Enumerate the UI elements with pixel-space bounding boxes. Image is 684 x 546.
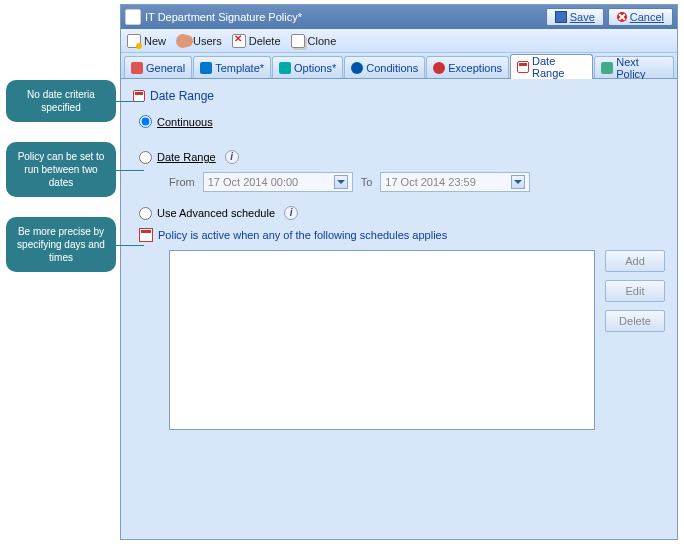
cancel-button[interactable]: Cancel [608,8,673,26]
tab-date-range[interactable]: Date Range [510,54,593,79]
policy-window: IT Department Signature Policy* Save Can… [120,4,678,540]
tab-options[interactable]: Options* [272,56,343,78]
schedule-edit-button[interactable]: Edit [605,280,665,302]
radio-continuous[interactable] [139,115,152,128]
cancel-label: Cancel [630,11,664,23]
toolbar: New Users Delete Clone [121,29,677,53]
radio-advanced-schedule-label: Use Advanced schedule [157,207,275,219]
schedule-delete-button[interactable]: Delete [605,310,665,332]
window-icon [125,9,141,25]
tab-general[interactable]: General [124,56,192,78]
new-icon [127,34,141,48]
save-label: Save [570,11,595,23]
cancel-icon [617,12,627,22]
from-dropdown-button[interactable] [334,175,348,189]
from-label: From [169,176,195,188]
users-icon [176,34,190,48]
tab-template[interactable]: Template* [193,56,271,78]
general-icon [131,62,143,74]
toolbar-delete[interactable]: Delete [232,34,281,48]
schedule-note: Policy is active when any of the followi… [139,228,665,242]
to-dropdown-button[interactable] [511,175,525,189]
callout-daterange: Policy can be set to run between two dat… [6,142,116,197]
save-icon [555,11,567,23]
clone-icon [291,34,305,48]
toolbar-users[interactable]: Users [176,34,222,48]
to-label: To [361,176,373,188]
toolbar-clone[interactable]: Clone [291,34,337,48]
info-icon-daterange[interactable]: i [225,150,239,164]
window-title: IT Department Signature Policy* [145,11,542,23]
save-button[interactable]: Save [546,8,604,26]
options-icon [279,62,291,74]
tab-next-policy[interactable]: Next Policy [594,56,674,78]
schedule-note-icon [139,228,153,242]
conditions-icon [351,62,363,74]
callout-advanced: Be more precise by specifying days and t… [6,217,116,272]
toolbar-new[interactable]: New [127,34,166,48]
titlebar: IT Department Signature Policy* Save Can… [121,5,677,29]
delete-icon [232,34,246,48]
template-icon [200,62,212,74]
radio-date-range-label: Date Range [157,151,216,163]
tab-exceptions[interactable]: Exceptions [426,56,509,78]
schedule-list[interactable] [169,250,595,430]
tabbar: General Template* Options* Conditions Ex… [121,53,677,79]
to-date-input[interactable]: 17 Oct 2014 23:59 [380,172,530,192]
schedule-add-button[interactable]: Add [605,250,665,272]
exceptions-icon [433,62,445,74]
info-icon-advanced[interactable]: i [284,206,298,220]
radio-date-range[interactable] [139,151,152,164]
radio-continuous-label: Continuous [157,116,213,128]
daterange-icon [517,61,529,73]
tab-content: Date Range Continuous Date Range i From … [121,79,677,539]
callout-continuous: No date criteria specified [6,80,116,122]
tab-conditions[interactable]: Conditions [344,56,425,78]
nextpolicy-icon [601,62,613,74]
radio-advanced-schedule[interactable] [139,207,152,220]
panel-heading: Date Range [133,89,665,103]
from-date-input[interactable]: 17 Oct 2014 00:00 [203,172,353,192]
